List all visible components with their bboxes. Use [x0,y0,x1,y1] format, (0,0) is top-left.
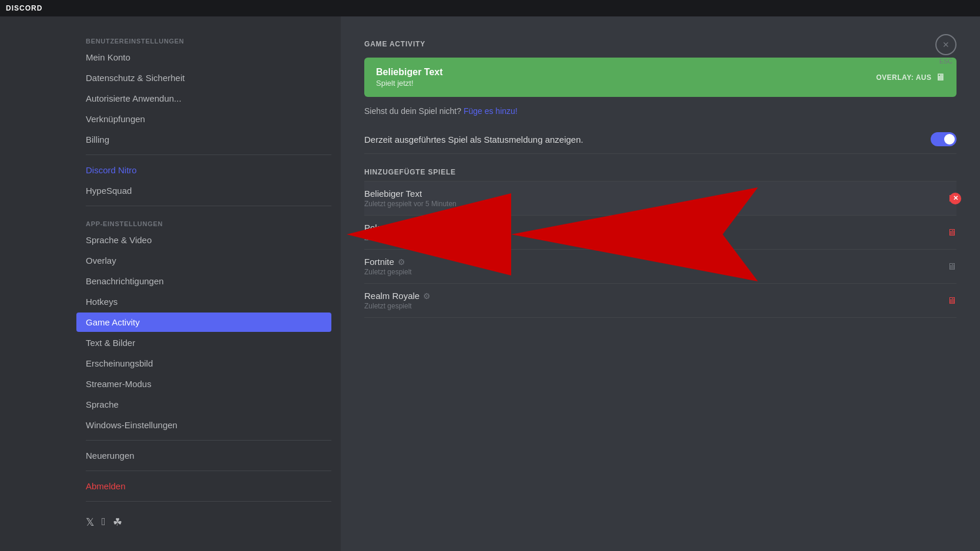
overlay-off-icon-1[interactable]: 🖥 [947,227,956,238]
sidebar-item-autorisierte[interactable]: Autorisierte Anwendun... [76,89,331,108]
user-settings-label: BENUTZEREINSTELLUNGEN [76,28,341,47]
game-row-fortnite: Fortnite ⚙ Zuletzt gespielt 🖥 [364,250,956,284]
sidebar-item-label: Sprache [86,399,119,409]
sidebar-item-sprache-video[interactable]: Sprache & Video [76,230,331,250]
app-settings-label: APP-EINSTELLUNGEN [76,211,341,230]
sidebar-item-benachrichtigungen[interactable]: Benachrichtigungen [76,271,331,291]
sidebar-item-label: Sprache & Video [86,235,152,245]
gear-icon-1: ⚙ [411,223,419,233]
esc-label: ESC [939,58,953,65]
sidebar-item-billing[interactable]: Billing [76,130,331,149]
sidebar-item-label: Streamer-Modus [86,379,152,389]
sidebar-item-hotkeys[interactable]: Hotkeys [76,292,331,311]
divider-2 [86,206,331,206]
overlay-on-icon-2[interactable]: 🖥 [947,261,956,272]
sidebar-item-datenschutz[interactable]: Datenschutz & Sicherheit [76,68,331,88]
sidebar-item-label: Overlay [86,256,116,266]
game-row-last-0: Zuletzt gespielt vor 5 Minuten [364,200,457,208]
toggle-knob [944,134,955,145]
sidebar-item-hypesquad[interactable]: HypeSquad [76,181,331,200]
not-seeing-game-text: Siehst du dein Spiel nicht? Füge es hinz… [364,106,956,116]
game-row-last-3: Zuletzt gespielt [364,302,431,310]
sidebar-item-label: Mein Konto [86,52,130,62]
game-row-last-2: Zuletzt gespielt [364,268,412,276]
sidebar-item-verknuepfungen[interactable]: Verknüpfungen [76,109,331,129]
sidebar-item-label: Verknüpfungen [86,114,145,124]
sidebar-item-label: Neuerungen [86,451,135,461]
game-row-name-1: PokerStars ⚙ [364,223,419,233]
divider-4 [86,471,331,471]
esc-button-container: ✕ ESC [935,34,956,65]
app-name: DISCORD [6,4,42,12]
title-bar: DISCORD [0,0,980,16]
game-row-info-2: Fortnite ⚙ Zuletzt gespielt [364,257,412,276]
sidebar-item-label: Text & Bilder [86,338,135,348]
sidebar-item-discord-nitro[interactable]: Discord Nitro [76,160,331,180]
game-row-actions-0: 🖥 ✕ [947,193,956,204]
sidebar-item-mein-konto[interactable]: Mein Konto [76,48,331,67]
sidebar-item-label: Autorisierte Anwendun... [86,93,182,103]
game-row-actions-2: 🖥 [947,261,956,272]
sidebar-item-label: Game Activity [86,317,140,327]
sidebar-item-label: Abmelden [86,481,126,491]
twitter-icon[interactable]: 𝕏 [86,516,95,529]
current-game-info: Beliebiger Text Spielt jetzt! [376,67,443,88]
sidebar-item-label: Windows-Einstellungen [86,420,177,430]
instagram-icon[interactable]: ☘ [113,516,122,529]
game-list: Beliebiger Text Zuletzt gespielt vor 5 M… [364,181,956,318]
add-game-link[interactable]: Füge es hinzu! [464,106,518,116]
sidebar-item-streamer-modus[interactable]: Streamer-Modus [76,374,331,394]
facebook-icon[interactable]: 𝕉 [102,516,106,529]
sidebar-item-label: Benachrichtigungen [86,276,164,286]
sidebar-item-abmelden[interactable]: Abmelden [76,476,331,496]
sidebar-item-erscheinungsbild[interactable]: Erscheinungsbild [76,354,331,373]
current-game-name: Beliebiger Text [376,67,443,78]
gear-icon-2: ⚙ [398,257,405,267]
added-games-label: HINZUGEFÜGTE SPIELE [364,168,956,176]
gear-icon-3: ⚙ [423,291,431,301]
divider-3 [86,440,331,441]
game-row-name-3: Realm Royale ⚙ [364,291,431,301]
main-layout: BENUTZEREINSTELLUNGEN Mein Konto Datensc… [0,16,980,551]
status-toggle-row: Derzeit ausgeführtes Spiel als Statusmel… [364,125,956,154]
sidebar-item-label: Erscheinungsbild [86,358,153,368]
game-row-name-2: Fortnite ⚙ [364,257,412,267]
overlay-off-icon-3[interactable]: 🖥 [947,295,956,306]
esc-button[interactable]: ✕ [935,34,956,55]
sidebar-item-text-bilder[interactable]: Text & Bilder [76,333,331,352]
current-game-status: Spielt jetzt! [376,79,443,88]
current-game-card: Beliebiger Text Spielt jetzt! OVERLAY: A… [364,58,956,97]
sidebar-item-game-activity[interactable]: Game Activity [76,313,331,332]
sidebar-item-windows-einstellungen[interactable]: Windows-Einstellungen [76,415,331,435]
overlay-monitor-icon: 🖥 [935,72,945,83]
game-row-last-1: Zuletzt gespielt [364,234,419,242]
divider-5 [86,501,331,502]
sidebar-item-neuerungen[interactable]: Neuerungen [76,446,331,465]
game-row-beliebiger-text: Beliebiger Text Zuletzt gespielt vor 5 M… [364,182,956,216]
game-row-name-0: Beliebiger Text [364,189,457,199]
social-icons-row: 𝕏 𝕉 ☘ [76,511,341,533]
divider-1 [86,154,331,155]
overlay-label: OVERLAY: AUS [876,73,931,82]
sidebar-item-label: Billing [86,135,109,145]
game-row-info-1: PokerStars ⚙ Zuletzt gespielt [364,223,419,242]
sidebar-item-label: Datenschutz & Sicherheit [86,73,184,83]
remove-game-button-0[interactable]: ✕ [949,193,961,204]
section-title: GAME ACTIVITY [364,40,956,48]
sidebar-item-overlay[interactable]: Overlay [76,251,331,270]
sidebar-item-label: Hotkeys [86,297,118,307]
game-row-realm-royale: Realm Royale ⚙ Zuletzt gespielt 🖥 [364,284,956,318]
game-row-info-0: Beliebiger Text Zuletzt gespielt vor 5 M… [364,189,457,208]
status-toggle[interactable] [931,132,956,146]
sidebar-item-label: Discord Nitro [86,165,137,175]
game-row-actions-3: 🖥 [947,295,956,306]
sidebar-item-label: HypeSquad [86,186,132,196]
overlay-badge: OVERLAY: AUS 🖥 [876,72,945,83]
game-row-actions-1: 🖥 [947,227,956,238]
main-content: ✕ ESC GAME ACTIVITY Beliebiger Text Spie… [341,16,980,551]
game-row-info-3: Realm Royale ⚙ Zuletzt gespielt [364,291,431,310]
status-toggle-text: Derzeit ausgeführtes Spiel als Statusmel… [364,135,583,145]
sidebar: BENUTZEREINSTELLUNGEN Mein Konto Datensc… [0,16,341,551]
sidebar-item-sprache[interactable]: Sprache [76,395,331,414]
game-row-pokerstars: PokerStars ⚙ Zuletzt gespielt 🖥 [364,216,956,250]
